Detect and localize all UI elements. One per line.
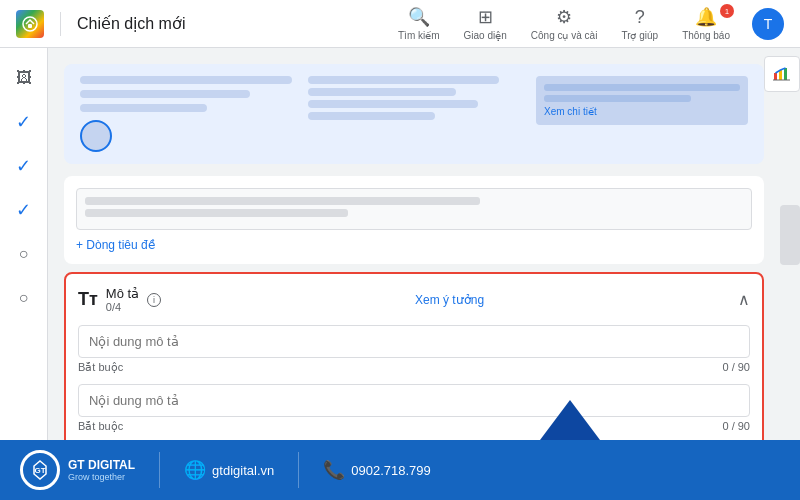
info-extra-box: Xem chi tiết (536, 76, 748, 125)
chart-icon (773, 67, 791, 81)
header: Chiến dịch mới 🔍 Tìm kiếm ⊞ Giao diện ⚙ … (0, 0, 800, 48)
svg-text:GT: GT (34, 466, 45, 475)
sidebar: 🖼 ✓ ✓ ✓ ○ ○ (0, 48, 48, 440)
footer-tagline: Grow together (68, 472, 135, 482)
info-extra-line-1 (544, 84, 740, 91)
page-title: Chiến dịch mới (77, 14, 185, 33)
blurred-field-1 (76, 188, 752, 230)
info-banner: Xem chi tiết (64, 64, 764, 164)
nav-tools[interactable]: ⚙ Công cụ và cài (521, 2, 608, 45)
footer-logo-svg: GT (28, 458, 52, 482)
blur-line-2 (85, 209, 348, 217)
footer-website: gtdigital.vn (212, 463, 274, 478)
tools-icon: ⚙ (556, 6, 572, 28)
nav-help-label: Trợ giúp (621, 30, 658, 41)
info-right-line-3 (308, 100, 478, 108)
info-right-line-2 (308, 88, 456, 96)
sidebar-icon-check2[interactable]: ✓ (6, 148, 42, 184)
content-area: Xem chi tiết + Dòng tiêu đề Tт Mô tả (48, 48, 780, 440)
triangle-decoration (540, 400, 600, 440)
search-icon: 🔍 (408, 6, 430, 28)
card-header-left: Tт Mô tả 0/4 i (78, 286, 161, 313)
nav-interface[interactable]: ⊞ Giao diện (454, 2, 517, 45)
description-input-group-2: Bắt buộc 0 / 90 (78, 384, 750, 433)
nav-search[interactable]: 🔍 Tìm kiếm (388, 2, 450, 45)
info-right-line-1 (308, 76, 499, 84)
footer-phone: 0902.718.799 (351, 463, 431, 478)
header-logo: Chiến dịch mới (16, 10, 185, 38)
chart-toggle-button[interactable] (764, 56, 800, 92)
info-extra-line-2 (544, 95, 691, 102)
required-label-1: Bắt buộc (78, 361, 123, 374)
user-avatar[interactable]: T (752, 8, 784, 40)
card-header: Tт Mô tả 0/4 i Xem ý tưởng ∧ (78, 286, 750, 313)
card-title: Mô tả (106, 286, 139, 301)
globe-icon: 🌐 (184, 459, 206, 481)
footer-brand-name: GT DIGITAL (68, 458, 135, 472)
sidebar-icon-circle1[interactable]: ○ (6, 236, 42, 272)
footer-brand-group: GT DIGITAL Grow together (68, 458, 135, 482)
sidebar-icon-image[interactable]: 🖼 (6, 60, 42, 96)
help-icon: ? (635, 7, 645, 28)
header-divider (60, 12, 61, 36)
footer-separator-2 (298, 452, 299, 488)
nav-notifications[interactable]: 🔔 1 Thông báo (672, 2, 740, 45)
footer-phone-info[interactable]: 📞 0902.718.799 (323, 459, 431, 481)
nav-help[interactable]: ? Trợ giúp (611, 3, 668, 45)
main-container: 🖼 ✓ ✓ ✓ ○ ○ (0, 48, 800, 440)
info-text-line-2 (80, 90, 250, 98)
sidebar-icon-check3[interactable]: ✓ (6, 192, 42, 228)
collapse-icon[interactable]: ∧ (738, 290, 750, 309)
info-banner-left (80, 76, 292, 152)
blur-line-1 (85, 197, 480, 205)
header-nav: 🔍 Tìm kiếm ⊞ Giao diện ⚙ Công cụ và cài … (388, 2, 784, 45)
description-input-1[interactable] (78, 325, 750, 358)
info-banner-right (308, 76, 520, 152)
footer-logo-circle: GT (20, 450, 60, 490)
description-card: Tт Mô tả 0/4 i Xem ý tưởng ∧ Bắt buộc 0 … (64, 272, 764, 440)
nav-notifications-label: Thông báo (682, 30, 730, 41)
nav-search-label: Tìm kiếm (398, 30, 440, 41)
notification-badge: 1 (720, 4, 734, 18)
description-input-group-1: Bắt buộc 0 / 90 (78, 325, 750, 374)
svg-rect-2 (774, 73, 777, 80)
footer-website-info[interactable]: 🌐 gtdigital.vn (184, 459, 274, 481)
required-label-2: Bắt buộc (78, 420, 123, 433)
right-panel (780, 48, 800, 440)
form-section-above: + Dòng tiêu đề (64, 176, 764, 264)
info-text-line-1 (80, 76, 292, 84)
svg-rect-1 (28, 24, 32, 28)
interface-icon: ⊞ (478, 6, 493, 28)
info-text-line-3 (80, 104, 207, 112)
footer: GT GT DIGITAL Grow together 🌐 gtdigital.… (0, 440, 800, 500)
input-meta-2: Bắt buộc 0 / 90 (78, 420, 750, 433)
text-type-icon: Tт (78, 289, 98, 310)
nav-tools-label: Công cụ và cài (531, 30, 598, 41)
card-title-group: Mô tả 0/4 (106, 286, 139, 313)
google-ads-icon (16, 10, 44, 38)
view-ideas-link[interactable]: Xem ý tưởng (415, 293, 484, 307)
nav-interface-label: Giao diện (464, 30, 507, 41)
scrollbar-thumb[interactable] (780, 205, 800, 265)
info-right-line-4 (308, 112, 435, 120)
info-extra: Xem chi tiết (536, 76, 748, 152)
bell-icon: 🔔 (695, 6, 717, 28)
footer-separator (159, 452, 160, 488)
blurred-link[interactable]: + Dòng tiêu đề (76, 238, 752, 252)
sidebar-icon-circle2[interactable]: ○ (6, 280, 42, 316)
phone-icon: 📞 (323, 459, 345, 481)
char-count-2: 0 / 90 (722, 420, 750, 433)
card-count: 0/4 (106, 301, 139, 313)
char-count-1: 0 / 90 (722, 361, 750, 374)
svg-rect-4 (784, 68, 787, 80)
input-meta-1: Bắt buộc 0 / 90 (78, 361, 750, 374)
info-extra-link[interactable]: Xem chi tiết (544, 106, 740, 117)
footer-logo: GT GT DIGITAL Grow together (20, 450, 135, 490)
description-input-2[interactable] (78, 384, 750, 417)
info-icon[interactable]: i (147, 293, 161, 307)
sidebar-icon-check1[interactable]: ✓ (6, 104, 42, 140)
